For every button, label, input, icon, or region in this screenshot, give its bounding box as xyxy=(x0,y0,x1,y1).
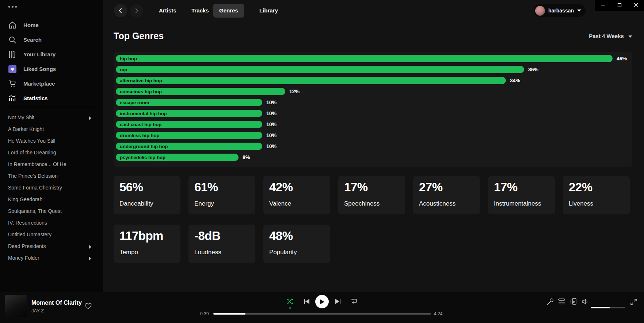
next-button[interactable] xyxy=(335,298,341,306)
playlist-label: Untitled Unmastery xyxy=(8,232,52,237)
playlist-label: A Darker Knight xyxy=(8,126,44,132)
playlist-item[interactable]: In Remembrance... Of He xyxy=(0,160,103,169)
close-button[interactable] xyxy=(628,0,644,11)
volume-slider[interactable] xyxy=(591,307,625,308)
genre-label: psychedelic hip hop xyxy=(120,155,165,160)
sidebar: ••• HomeSearchYour LibraryLiked SongsMar… xyxy=(0,0,103,292)
stat-label: Valence xyxy=(269,200,291,207)
stat-value: 56% xyxy=(119,180,143,194)
sidebar-item-label: Liked Songs xyxy=(23,66,56,72)
now-playing-title[interactable]: Moment Of Clarity xyxy=(31,300,82,306)
tab-genres[interactable]: Genres xyxy=(213,4,244,18)
playlist-item[interactable]: Dead Presidents xyxy=(0,242,103,251)
progress-bar[interactable] xyxy=(213,313,431,315)
microphone-icon xyxy=(547,298,554,305)
time-range-dropdown[interactable]: Past 4 Weeks xyxy=(589,33,632,39)
nav-back-button[interactable] xyxy=(114,4,127,17)
sidebar-item-search[interactable]: Search xyxy=(0,34,103,45)
sidebar-item-home[interactable]: Home xyxy=(0,20,103,31)
stat-card-valence: 42%Valence xyxy=(263,176,330,214)
genre-value-label: 10% xyxy=(266,143,277,150)
sidebar-item-marketplace[interactable]: Marketplace xyxy=(0,78,103,89)
genre-label: escape room xyxy=(120,100,149,105)
like-track-button[interactable] xyxy=(85,303,92,311)
stat-card-loudness: -8dBLoudness xyxy=(188,225,255,263)
genre-bar: psychedelic hip hop xyxy=(116,154,239,161)
album-art[interactable] xyxy=(5,295,27,317)
genre-bar: escape room xyxy=(116,99,262,106)
skip-forward-icon xyxy=(335,298,341,304)
playlist-label: Not My Shit xyxy=(8,114,34,120)
stat-value: 117bpm xyxy=(119,229,163,243)
genre-value-label: 12% xyxy=(289,88,300,95)
stat-card-speechiness: 17%Speechiness xyxy=(338,176,405,214)
playlist-item[interactable]: Untitled Unmastery xyxy=(0,230,103,240)
genre-label: hip hop xyxy=(120,56,137,61)
playlist-item[interactable]: The Prince's Delusion xyxy=(0,172,103,181)
skip-back-icon xyxy=(304,298,310,304)
playlist-item[interactable]: IV: Resurrections xyxy=(0,218,103,228)
playlist-label: The Prince's Delusion xyxy=(8,173,58,179)
playlist-item[interactable]: Not My Shit xyxy=(0,113,103,123)
now-playing-artist[interactable]: JAY-Z xyxy=(31,308,44,313)
app-menu-icon[interactable]: ••• xyxy=(8,3,18,11)
playlist-item[interactable]: Some Forma Chemistry xyxy=(0,183,103,193)
shuffle-icon xyxy=(286,298,294,305)
stat-value: 42% xyxy=(269,180,293,194)
stat-label: Liveness xyxy=(569,200,593,207)
nav-forward-button[interactable] xyxy=(130,4,143,17)
genre-value-label: 8% xyxy=(243,154,250,161)
previous-button[interactable] xyxy=(304,298,310,306)
stat-card-acousticness: 27%Acousticness xyxy=(413,176,480,214)
shuffle-button[interactable] xyxy=(286,298,294,309)
genre-label: conscious hip hop xyxy=(120,89,162,94)
stat-card-danceability: 56%Danceability xyxy=(114,176,180,214)
genre-bar: underground hip hop xyxy=(116,143,262,150)
tab-library[interactable]: Library xyxy=(254,4,284,18)
sidebar-divider xyxy=(8,107,94,107)
chevron-right-icon xyxy=(134,8,140,14)
connect-device-button[interactable] xyxy=(570,298,577,307)
playlist-label: Money Folder xyxy=(8,255,39,261)
user-menu-button[interactable]: harbassan xyxy=(534,4,586,17)
genre-value-label: 10% xyxy=(266,132,277,139)
playlist-label: Some Forma Chemistry xyxy=(8,185,62,191)
tab-tracks[interactable]: Tracks xyxy=(186,4,215,18)
queue-button[interactable] xyxy=(558,298,565,306)
stat-label: Instrumentalness xyxy=(494,200,541,207)
fullscreen-button[interactable] xyxy=(630,299,637,307)
time-range-label: Past 4 Weeks xyxy=(589,33,624,39)
submenu-chevron-icon[interactable] xyxy=(88,115,92,120)
playlist-item[interactable]: Lord of the Dreaming xyxy=(0,148,103,158)
genre-label: alternative hip hop xyxy=(120,78,162,83)
play-button[interactable] xyxy=(315,295,329,308)
playlist-item[interactable]: Soulqarians, The Quest xyxy=(0,207,103,216)
playlist-label: Lord of the Dreaming xyxy=(8,150,56,155)
playlist-item[interactable]: A Darker Knight xyxy=(0,125,103,134)
sidebar-item-your-library[interactable]: Your Library xyxy=(0,49,103,60)
home-icon xyxy=(8,21,17,30)
username: harbassan xyxy=(548,8,574,14)
genres-bar-chart: hip hop46%rap36%alternative hip hop34%co… xyxy=(114,52,632,167)
submenu-chevron-icon[interactable] xyxy=(88,256,92,260)
playlist-item[interactable]: He Watches You Still xyxy=(0,136,103,146)
genre-bar: conscious hip hop xyxy=(116,88,285,95)
maximize-button[interactable] xyxy=(611,0,628,11)
sidebar-item-statistics[interactable]: Statistics xyxy=(0,93,103,104)
playlist-item[interactable]: King Geedorah xyxy=(0,195,103,204)
genre-bar: alternative hip hop xyxy=(116,77,506,84)
volume-mute-button[interactable] xyxy=(582,298,589,306)
repeat-button[interactable] xyxy=(350,298,358,306)
genre-bar: rap xyxy=(116,66,524,73)
sidebar-item-liked-songs[interactable]: Liked Songs xyxy=(0,64,103,75)
stat-value: 17% xyxy=(344,180,368,194)
total-time: 4:24 xyxy=(434,311,442,316)
playlist-item[interactable]: Money Folder xyxy=(0,253,103,263)
library-icon xyxy=(8,50,17,59)
minimize-button[interactable] xyxy=(595,0,611,11)
stat-card-tempo: 117bpmTempo xyxy=(114,225,180,263)
submenu-chevron-icon[interactable] xyxy=(88,244,92,248)
queue-icon xyxy=(558,298,565,305)
tab-artists[interactable]: Artists xyxy=(153,4,182,18)
lyrics-button[interactable] xyxy=(547,298,554,307)
